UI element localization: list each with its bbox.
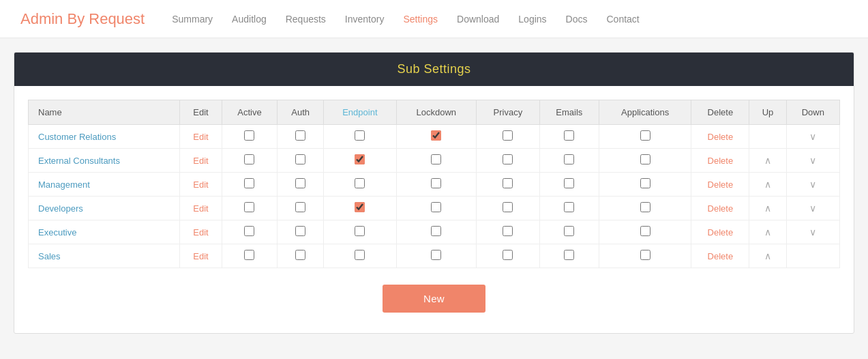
- row-auth[interactable]: [278, 220, 324, 244]
- emails-checkbox[interactable]: [564, 178, 574, 188]
- row-lockdown[interactable]: [396, 220, 477, 244]
- lockdown-checkbox[interactable]: [431, 202, 441, 212]
- row-emails[interactable]: [539, 125, 599, 149]
- edit-button[interactable]: Edit: [193, 180, 208, 190]
- applications-checkbox[interactable]: [640, 178, 650, 188]
- row-delete[interactable]: Delete: [691, 197, 749, 220]
- privacy-checkbox[interactable]: [503, 178, 513, 188]
- active-checkbox[interactable]: [244, 130, 254, 141]
- nav-summary[interactable]: Summary: [172, 11, 213, 27]
- row-delete[interactable]: Delete: [691, 173, 749, 197]
- down-button[interactable]: ∨: [807, 178, 819, 190]
- row-auth[interactable]: [278, 149, 324, 173]
- lockdown-checkbox[interactable]: [431, 154, 441, 164]
- row-privacy[interactable]: [477, 173, 540, 197]
- endpoint-checkbox[interactable]: [355, 202, 365, 212]
- row-endpoint[interactable]: [324, 197, 396, 220]
- row-up[interactable]: ∧: [749, 197, 786, 220]
- active-checkbox[interactable]: [244, 250, 254, 260]
- emails-checkbox[interactable]: [564, 130, 574, 141]
- applications-checkbox[interactable]: [640, 154, 650, 164]
- nav-docs[interactable]: Docs: [566, 11, 588, 27]
- endpoint-checkbox[interactable]: [355, 130, 365, 141]
- emails-checkbox[interactable]: [564, 154, 574, 164]
- nav-download[interactable]: Download: [457, 11, 499, 27]
- row-edit[interactable]: Edit: [180, 149, 222, 173]
- up-button[interactable]: ∧: [762, 178, 774, 190]
- row-privacy[interactable]: [477, 197, 540, 220]
- up-button[interactable]: ∧: [762, 250, 774, 262]
- row-endpoint[interactable]: [324, 149, 396, 173]
- row-active[interactable]: [222, 125, 278, 149]
- row-lockdown[interactable]: [396, 173, 477, 197]
- row-active[interactable]: [222, 220, 278, 244]
- row-down[interactable]: ∨: [786, 197, 839, 220]
- row-active[interactable]: [222, 173, 278, 197]
- auth-checkbox[interactable]: [295, 250, 305, 260]
- row-edit[interactable]: Edit: [180, 220, 222, 244]
- auth-checkbox[interactable]: [295, 202, 305, 212]
- lockdown-checkbox[interactable]: [431, 250, 441, 260]
- row-endpoint[interactable]: [324, 125, 396, 149]
- row-applications[interactable]: [599, 149, 691, 173]
- row-up[interactable]: ∧: [749, 173, 786, 197]
- row-delete[interactable]: Delete: [691, 244, 749, 268]
- privacy-checkbox[interactable]: [503, 202, 513, 212]
- row-up[interactable]: ∧: [749, 220, 786, 244]
- nav-auditlog[interactable]: Auditlog: [232, 11, 267, 27]
- row-applications[interactable]: [599, 220, 691, 244]
- row-down[interactable]: ∨: [786, 173, 839, 197]
- applications-checkbox[interactable]: [640, 250, 650, 260]
- row-down[interactable]: ∨: [786, 220, 839, 244]
- row-edit[interactable]: Edit: [180, 197, 222, 220]
- row-active[interactable]: [222, 244, 278, 268]
- up-button[interactable]: ∧: [762, 202, 774, 214]
- row-auth[interactable]: [278, 173, 324, 197]
- active-checkbox[interactable]: [244, 154, 254, 164]
- privacy-checkbox[interactable]: [503, 154, 513, 164]
- delete-button[interactable]: Delete: [708, 251, 734, 261]
- endpoint-checkbox[interactable]: [355, 250, 365, 260]
- nav-contact[interactable]: Contact: [606, 11, 639, 27]
- delete-button[interactable]: Delete: [708, 156, 734, 166]
- new-button[interactable]: New: [383, 285, 485, 313]
- row-active[interactable]: [222, 149, 278, 173]
- nav-logins[interactable]: Logins: [518, 11, 546, 27]
- down-button[interactable]: ∨: [807, 226, 819, 238]
- row-active[interactable]: [222, 197, 278, 220]
- row-emails[interactable]: [539, 244, 599, 268]
- edit-button[interactable]: Edit: [193, 227, 208, 238]
- row-auth[interactable]: [278, 244, 324, 268]
- delete-button[interactable]: Delete: [708, 203, 734, 214]
- nav-requests[interactable]: Requests: [286, 11, 326, 27]
- active-checkbox[interactable]: [244, 202, 254, 212]
- nav-settings[interactable]: Settings: [403, 11, 438, 27]
- row-privacy[interactable]: [477, 220, 540, 244]
- privacy-checkbox[interactable]: [503, 226, 513, 236]
- row-emails[interactable]: [539, 220, 599, 244]
- row-applications[interactable]: [599, 244, 691, 268]
- applications-checkbox[interactable]: [640, 226, 650, 236]
- row-up[interactable]: ∧: [749, 149, 786, 173]
- row-emails[interactable]: [539, 149, 599, 173]
- row-endpoint[interactable]: [324, 220, 396, 244]
- row-edit[interactable]: Edit: [180, 244, 222, 268]
- edit-button[interactable]: Edit: [193, 203, 208, 214]
- row-delete[interactable]: Delete: [691, 125, 749, 149]
- auth-checkbox[interactable]: [295, 130, 305, 141]
- active-checkbox[interactable]: [244, 226, 254, 236]
- emails-checkbox[interactable]: [564, 202, 574, 212]
- row-edit[interactable]: Edit: [180, 125, 222, 149]
- row-lockdown[interactable]: [396, 244, 477, 268]
- row-lockdown[interactable]: [396, 125, 477, 149]
- row-delete[interactable]: Delete: [691, 149, 749, 173]
- row-privacy[interactable]: [477, 244, 540, 268]
- auth-checkbox[interactable]: [295, 154, 305, 164]
- endpoint-checkbox[interactable]: [355, 154, 365, 164]
- edit-button[interactable]: Edit: [193, 156, 208, 166]
- row-privacy[interactable]: [477, 149, 540, 173]
- active-checkbox[interactable]: [244, 178, 254, 188]
- endpoint-checkbox[interactable]: [355, 226, 365, 236]
- row-applications[interactable]: [599, 173, 691, 197]
- emails-checkbox[interactable]: [564, 226, 574, 236]
